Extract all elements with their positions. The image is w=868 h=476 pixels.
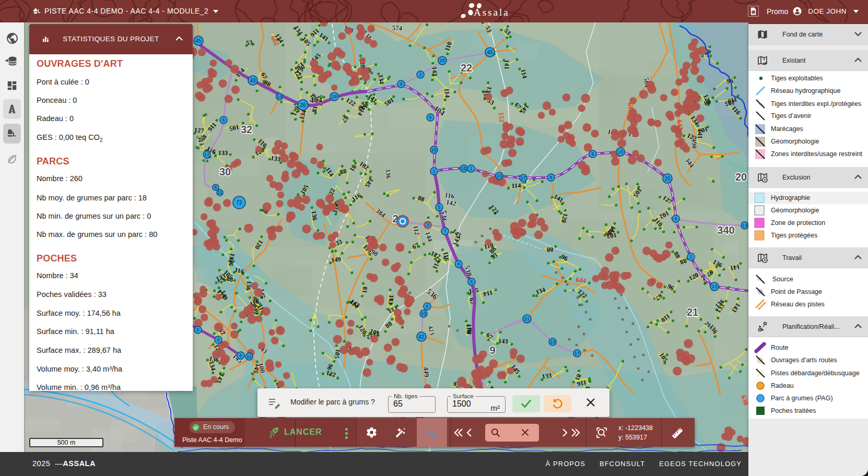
svg-text:13: 13 xyxy=(742,223,747,228)
svg-text:21: 21 xyxy=(687,306,698,318)
svg-text:11: 11 xyxy=(217,190,222,195)
svg-text:30: 30 xyxy=(219,166,231,177)
svg-text:133: 133 xyxy=(218,149,228,157)
svg-text:11: 11 xyxy=(247,354,251,359)
svg-text:152: 152 xyxy=(497,112,506,123)
svg-text:21: 21 xyxy=(524,316,530,322)
svg-text:404: 404 xyxy=(310,96,322,104)
svg-text:88: 88 xyxy=(546,246,554,254)
svg-text:9: 9 xyxy=(489,344,495,356)
svg-text:8: 8 xyxy=(426,304,428,309)
svg-text:644: 644 xyxy=(576,276,587,285)
svg-text:43: 43 xyxy=(250,78,256,84)
svg-text:8: 8 xyxy=(196,327,199,332)
svg-text:7: 7 xyxy=(443,229,446,234)
svg-text:141: 141 xyxy=(696,129,703,139)
svg-text:6: 6 xyxy=(217,337,219,342)
svg-text:13: 13 xyxy=(712,284,717,289)
svg-text:22: 22 xyxy=(461,62,472,74)
svg-text:1: 1 xyxy=(470,166,472,171)
svg-text:81: 81 xyxy=(361,287,369,294)
svg-text:45: 45 xyxy=(487,50,493,55)
svg-text:10: 10 xyxy=(497,173,502,178)
svg-text:6: 6 xyxy=(674,216,677,221)
svg-text:25: 25 xyxy=(440,58,445,63)
svg-text:5: 5 xyxy=(438,205,440,210)
svg-text:13: 13 xyxy=(550,339,555,344)
svg-text:114: 114 xyxy=(511,182,521,190)
svg-text:6: 6 xyxy=(222,117,225,123)
svg-text:143: 143 xyxy=(498,338,508,346)
svg-text:16: 16 xyxy=(431,147,437,152)
svg-text:14: 14 xyxy=(277,94,282,99)
svg-text:20: 20 xyxy=(735,171,747,183)
svg-text:133: 133 xyxy=(542,372,553,380)
svg-text:8: 8 xyxy=(457,261,460,267)
svg-text:127: 127 xyxy=(194,126,204,135)
svg-text:45: 45 xyxy=(195,38,202,44)
svg-text:1: 1 xyxy=(432,169,435,174)
svg-text:574: 574 xyxy=(392,23,403,32)
svg-text:17: 17 xyxy=(204,152,209,157)
svg-text:9: 9 xyxy=(400,81,402,87)
svg-text:26: 26 xyxy=(300,102,306,108)
svg-text:9: 9 xyxy=(549,175,552,180)
svg-text:6: 6 xyxy=(239,353,242,358)
svg-text:136: 136 xyxy=(310,210,319,221)
svg-text:102: 102 xyxy=(606,231,617,240)
svg-text:19: 19 xyxy=(332,94,337,99)
svg-text:340: 340 xyxy=(717,224,734,236)
svg-text:2: 2 xyxy=(689,254,692,259)
svg-text:3: 3 xyxy=(426,222,429,228)
svg-text:449: 449 xyxy=(422,366,431,377)
svg-text:536: 536 xyxy=(440,210,448,222)
svg-text:17: 17 xyxy=(521,175,526,181)
svg-text:18: 18 xyxy=(618,149,623,154)
svg-text:143: 143 xyxy=(387,294,395,305)
svg-text:490: 490 xyxy=(690,138,699,149)
svg-text:149: 149 xyxy=(331,256,342,264)
svg-text:10: 10 xyxy=(421,311,426,316)
svg-text:53: 53 xyxy=(245,39,253,47)
svg-text:42: 42 xyxy=(418,334,425,340)
svg-text:141: 141 xyxy=(503,59,510,69)
svg-text:17: 17 xyxy=(574,351,580,356)
svg-text:2: 2 xyxy=(419,72,421,77)
svg-text:32: 32 xyxy=(241,124,252,135)
svg-text:9: 9 xyxy=(591,151,594,157)
svg-text:88: 88 xyxy=(226,275,234,283)
svg-text:336: 336 xyxy=(384,168,393,179)
svg-text:6: 6 xyxy=(214,185,217,190)
svg-text:15: 15 xyxy=(461,166,466,171)
svg-text:9: 9 xyxy=(429,115,431,120)
svg-text:20: 20 xyxy=(664,176,671,182)
svg-text:72: 72 xyxy=(236,200,242,206)
svg-text:6: 6 xyxy=(470,279,473,284)
svg-text:114: 114 xyxy=(443,88,451,99)
svg-text:134: 134 xyxy=(377,74,386,85)
